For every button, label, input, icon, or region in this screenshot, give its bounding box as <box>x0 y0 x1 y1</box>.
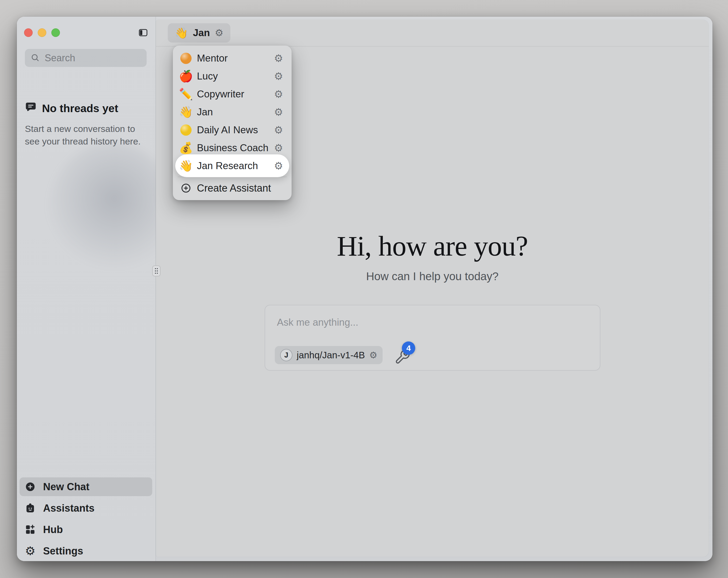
gear-icon[interactable]: ⚙ <box>274 125 283 135</box>
pencil-emoji: ✏️ <box>179 89 192 100</box>
assistant-menu-item-label: Mentor <box>197 53 228 64</box>
sidebar-item-settings[interactable]: ⚙ Settings <box>20 542 152 560</box>
assistant-menu-item-daily-ai-news[interactable]: Daily AI News ⚙ <box>176 121 289 139</box>
assistant-menu-item-lucy[interactable]: 🍎 Lucy ⚙ <box>176 67 289 85</box>
assistant-menu-item-label: Daily AI News <box>197 124 258 136</box>
waving-hand-emoji: 👋 <box>179 106 192 118</box>
sidebar-resize-handle[interactable] <box>152 266 160 276</box>
sidebar-item-label: New Chat <box>43 481 89 493</box>
tools-count-badge: 4 <box>402 342 415 355</box>
sidebar-toggle-button[interactable] <box>138 28 149 39</box>
assistant-menu-item-copywriter[interactable]: ✏️ Copywriter ⚙ <box>176 85 289 103</box>
yellow-circle-emoji <box>179 124 192 136</box>
minimize-button[interactable] <box>38 28 46 37</box>
zoom-button[interactable] <box>51 28 60 37</box>
gear-icon[interactable]: ⚙ <box>274 53 283 64</box>
sidebar-item-label: Assistants <box>43 503 95 514</box>
gear-icon[interactable]: ⚙ <box>369 351 377 360</box>
search-box[interactable] <box>25 49 147 67</box>
gear-icon[interactable]: ⚙ <box>274 89 283 99</box>
main-header: 👋 Jan ⚙ <box>156 20 709 47</box>
chat-bubble-icon <box>25 101 37 116</box>
assistant-menu-item-label: Copywriter <box>197 89 244 100</box>
greeting-title: Hi, how are you? <box>156 231 709 261</box>
gear-icon[interactable]: ⚙ <box>274 161 283 171</box>
sidebar-item-label: Hub <box>43 524 63 535</box>
empty-state-description: Start a new conversation to see your thr… <box>25 123 145 148</box>
gear-icon[interactable]: ⚙ <box>274 71 283 81</box>
traffic-lights <box>24 28 60 37</box>
assistant-menu-item-jan-research[interactable]: 👋 Jan Research ⚙ <box>176 157 289 175</box>
assistant-menu-item-business-coach[interactable]: 💰 Business Coach ⚙ <box>176 139 289 157</box>
assistant-menu-item-jan[interactable]: 👋 Jan ⚙ <box>176 103 289 121</box>
app-window: No threads yet Start a new conversation … <box>17 17 712 561</box>
settings-gear-icon: ⚙ <box>24 545 36 557</box>
assistant-selector-label: Jan <box>193 27 210 39</box>
assistant-menu-item-label: Jan <box>197 106 213 118</box>
gear-icon[interactable]: ⚙ <box>215 28 224 38</box>
sidebar: No threads yet Start a new conversation … <box>17 17 156 561</box>
sidebar-item-assistants[interactable]: Assistants <box>20 499 152 518</box>
assistant-menu-item-label: Jan Research <box>197 160 258 172</box>
sidebar-nav: New Chat Assistants <box>20 477 152 563</box>
search-icon <box>30 53 40 64</box>
assistant-dropdown-menu: Mentor ⚙ 🍎 Lucy ⚙ ✏️ Copywriter ⚙ 👋 Jan … <box>173 46 292 200</box>
search-input[interactable] <box>44 52 141 64</box>
gear-icon[interactable]: ⚙ <box>274 107 283 117</box>
grip-dots-icon <box>154 267 159 275</box>
assistant-menu-item-label: Business Coach <box>197 142 268 154</box>
create-assistant-label: Create Assistant <box>197 182 271 194</box>
assistant-menu-item-mentor[interactable]: Mentor ⚙ <box>176 49 289 67</box>
greeting: Hi, how are you? How can I help you toda… <box>156 231 709 283</box>
sidebar-item-new-chat[interactable]: New Chat <box>20 477 152 496</box>
money-bag-emoji: 💰 <box>179 142 192 154</box>
assistant-menu-list: Mentor ⚙ 🍎 Lucy ⚙ ✏️ Copywriter ⚙ 👋 Jan … <box>176 49 289 175</box>
sidebar-item-label: Settings <box>43 545 83 557</box>
assistants-robot-icon <box>24 502 36 514</box>
assistant-menu-item-label: Lucy <box>197 71 218 82</box>
model-name: janhq/Jan-v1-4B <box>297 350 365 360</box>
red-apple-emoji: 🍎 <box>179 71 192 82</box>
composer-card: J janhq/Jan-v1-4B ⚙ 4 <box>265 305 600 371</box>
create-assistant-button[interactable]: Create Assistant <box>176 179 289 198</box>
wrench-icon <box>394 361 410 366</box>
orange-circle-emoji <box>179 53 192 64</box>
close-button[interactable] <box>24 28 33 37</box>
threads-empty-state: No threads yet Start a new conversation … <box>25 101 145 148</box>
plus-circle-outline-icon <box>180 182 192 194</box>
assistant-selector-button[interactable]: 👋 Jan ⚙ <box>168 23 230 43</box>
gear-icon[interactable]: ⚙ <box>274 143 283 153</box>
tools-button[interactable]: 4 <box>394 349 410 365</box>
sidebar-toggle-icon <box>138 28 148 39</box>
greeting-subtitle: How can I help you today? <box>156 270 709 283</box>
empty-state-title: No threads yet <box>42 102 118 115</box>
waving-hand-emoji: 👋 <box>179 160 192 172</box>
waving-hand-emoji: 👋 <box>175 28 188 38</box>
sidebar-item-hub[interactable]: Hub <box>20 520 152 539</box>
model-selector-button[interactable]: J janhq/Jan-v1-4B ⚙ <box>275 346 383 364</box>
plus-circle-icon <box>24 481 36 493</box>
model-avatar: J <box>280 349 292 361</box>
hub-grid-icon <box>24 524 36 535</box>
prompt-input[interactable] <box>277 315 589 330</box>
